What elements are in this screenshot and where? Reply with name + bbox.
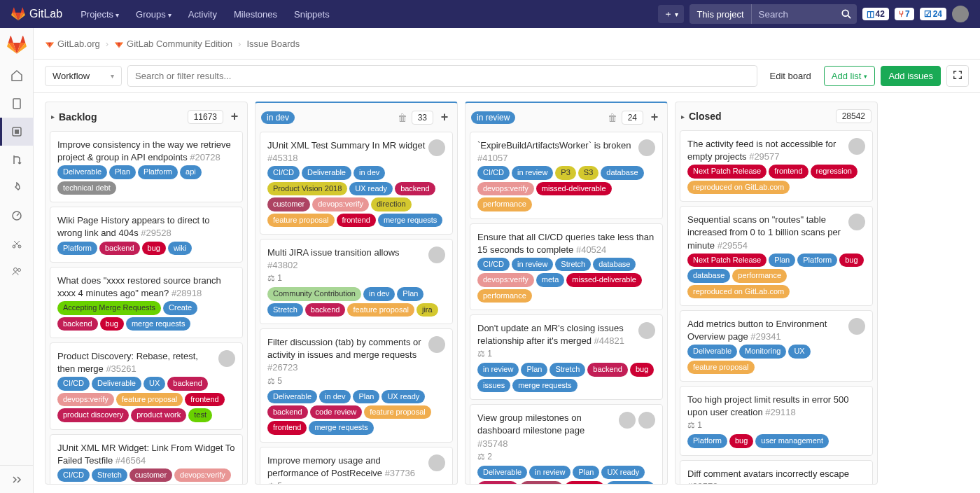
issue-card[interactable]: Don't update an MR's closing issues rela… xyxy=(470,314,663,400)
sidebar-issues[interactable] xyxy=(0,118,34,146)
issues-count[interactable]: ◫42 xyxy=(862,8,889,20)
label[interactable]: backend xyxy=(57,317,98,331)
label[interactable]: missed-deliverable xyxy=(536,182,612,195)
label[interactable]: backend xyxy=(267,405,308,419)
sidebar-snippets[interactable] xyxy=(0,230,34,258)
label[interactable]: milestones xyxy=(606,481,654,484)
assignee-avatar[interactable] xyxy=(428,454,445,471)
label[interactable]: Deliverable xyxy=(267,390,317,403)
assignee-avatar[interactable] xyxy=(638,139,655,156)
label[interactable]: devops:verify xyxy=(57,393,114,406)
filter-input[interactable] xyxy=(127,65,757,87)
label[interactable]: Plan xyxy=(109,165,136,179)
caret-icon[interactable]: ▸ xyxy=(51,113,55,120)
gitlab-logo[interactable]: GitLab xyxy=(11,7,62,21)
list-body[interactable]: `ExpireBuildArtifactsWorker` is broken #… xyxy=(465,132,667,484)
label[interactable]: Plan xyxy=(573,466,599,479)
issue-card[interactable]: The activity feed is not accessible for … xyxy=(680,130,873,202)
issue-card[interactable]: Filter discussion (tab) by comments or a… xyxy=(260,328,453,443)
label[interactable]: product discovery xyxy=(57,408,129,422)
issue-card[interactable]: View group milestones on dashboard miles… xyxy=(470,404,663,484)
issue-card[interactable]: Improve memory usage and performance of … xyxy=(260,447,453,484)
caret-icon[interactable]: ▸ xyxy=(681,113,685,120)
label[interactable]: CI/CD xyxy=(477,258,510,271)
label[interactable]: frontend xyxy=(565,481,604,484)
label[interactable]: in review xyxy=(529,466,570,479)
label[interactable]: performance xyxy=(477,197,532,211)
label[interactable]: customer xyxy=(130,468,172,482)
label[interactable]: Plan xyxy=(521,363,547,376)
label[interactable]: CI/CD xyxy=(267,166,300,179)
label[interactable]: bug xyxy=(839,254,863,267)
label[interactable]: in dev xyxy=(354,166,385,179)
label[interactable]: frontend xyxy=(267,421,307,434)
expand-sidebar[interactable] xyxy=(0,465,34,493)
assignee-avatar[interactable] xyxy=(619,412,636,429)
issue-card[interactable]: JUnit XML Test Summary In MR widget #453… xyxy=(260,132,453,235)
issue-card[interactable]: JUnit XML MR Widget: Link From Widget To… xyxy=(50,434,243,484)
label[interactable]: in dev xyxy=(319,390,351,403)
label[interactable]: issues xyxy=(477,379,510,392)
assignee-avatar[interactable] xyxy=(638,322,655,339)
assignee-avatar[interactable] xyxy=(428,139,445,156)
label[interactable]: technical debt xyxy=(57,181,116,195)
mr-count[interactable]: ⑂7 xyxy=(895,8,914,20)
label[interactable]: Plan xyxy=(397,287,424,300)
assignee-avatar[interactable] xyxy=(848,138,865,155)
issue-card[interactable]: Diff comment avatars incorrectly escape … xyxy=(680,460,873,484)
label[interactable]: merge requests xyxy=(309,421,373,434)
label[interactable]: Accepting Merge Requests xyxy=(57,301,161,314)
label[interactable]: direction xyxy=(371,197,412,211)
search-scope[interactable]: This project xyxy=(690,4,751,24)
label[interactable]: Next Patch Release xyxy=(687,254,766,267)
add-issue-button[interactable]: + xyxy=(438,110,451,125)
label[interactable]: Deliverable xyxy=(687,345,737,358)
label[interactable]: api xyxy=(180,165,202,179)
label[interactable]: database xyxy=(601,166,643,179)
issue-card[interactable]: Improve consistency in the way we retrie… xyxy=(50,131,243,202)
label[interactable]: CI/CD xyxy=(57,377,90,390)
label[interactable]: Deliverable xyxy=(302,166,351,179)
sidebar-merge-requests[interactable] xyxy=(0,146,34,174)
label[interactable]: UX xyxy=(144,377,165,390)
todo-count[interactable]: ☑24 xyxy=(920,8,946,20)
label[interactable]: backend xyxy=(395,182,435,195)
issue-card[interactable]: What does "xxxx restored source branch x… xyxy=(50,267,243,338)
label[interactable]: devops:verify xyxy=(477,273,534,286)
board-switcher[interactable]: Workflow▾ xyxy=(45,66,122,86)
label[interactable]: frontend xyxy=(769,165,808,178)
list-body[interactable]: Improve consistency in the way we retrie… xyxy=(46,131,247,484)
assignee-avatar[interactable] xyxy=(638,412,655,429)
label[interactable]: database xyxy=(593,258,636,271)
label[interactable]: feature proposal xyxy=(116,393,183,406)
label[interactable]: CI/CD xyxy=(57,468,90,482)
label[interactable]: devops:verify xyxy=(312,197,369,211)
label[interactable]: CI/CD xyxy=(477,166,510,179)
label[interactable]: in review xyxy=(512,258,553,271)
label[interactable]: wiki xyxy=(168,242,192,255)
label[interactable]: feature proposal xyxy=(687,361,755,374)
label[interactable]: regression xyxy=(811,165,858,178)
delete-list-button[interactable]: 🗑 xyxy=(608,112,617,123)
label[interactable]: Platform xyxy=(138,165,178,179)
label[interactable]: Monitoring xyxy=(739,345,786,358)
label[interactable]: bug xyxy=(100,317,124,331)
label[interactable]: database xyxy=(687,269,730,282)
label[interactable]: bug xyxy=(142,242,166,255)
label[interactable]: UX ready xyxy=(601,466,645,479)
assignee-avatar[interactable] xyxy=(428,336,445,353)
label[interactable]: Platform xyxy=(57,242,97,255)
assignee-avatar[interactable] xyxy=(848,318,865,335)
breadcrumb-group[interactable]: GitLab.org xyxy=(45,39,100,49)
label[interactable]: backend xyxy=(477,481,518,484)
label[interactable]: feature proposal xyxy=(267,214,335,227)
issue-card[interactable]: Too high project limit results in error … xyxy=(680,386,873,456)
issue-card[interactable]: Multi JIRA issue transition allows #4380… xyxy=(260,239,453,324)
sidebar-cicd[interactable] xyxy=(0,174,34,202)
label[interactable]: UX ready xyxy=(382,390,425,403)
label[interactable]: merge requests xyxy=(126,317,190,331)
user-avatar[interactable] xyxy=(952,6,969,22)
issue-card[interactable]: Ensure that all CI/CD queries take less … xyxy=(470,223,663,311)
sidebar-repository[interactable] xyxy=(0,90,34,118)
label[interactable]: meta xyxy=(536,273,564,286)
